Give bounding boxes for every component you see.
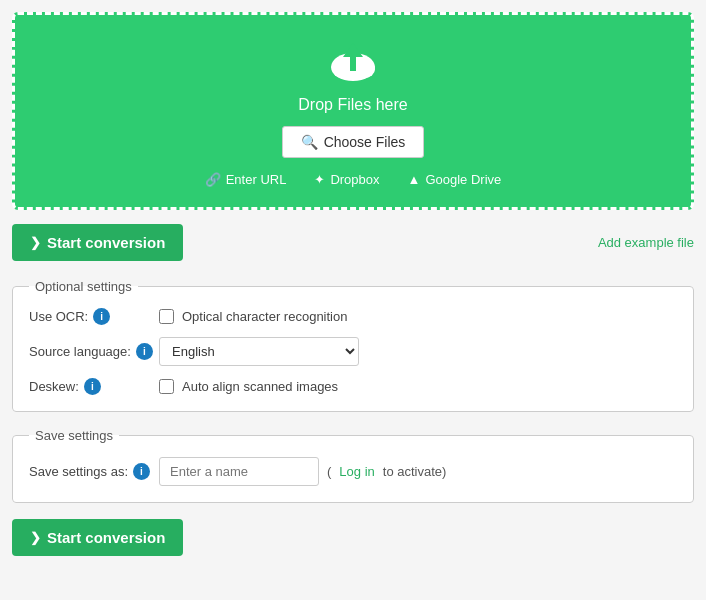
activate-prefix: ( xyxy=(327,464,331,479)
source-language-label: Source language: i xyxy=(29,343,159,360)
optional-settings-legend: Optional settings xyxy=(29,279,138,294)
choose-files-label: Choose Files xyxy=(324,134,406,150)
source-language-info-icon[interactable]: i xyxy=(136,343,153,360)
deskew-label: Deskew: i xyxy=(29,378,159,395)
ocr-info-icon[interactable]: i xyxy=(93,308,110,325)
chevron-icon: ❯ xyxy=(30,235,41,250)
ocr-checkbox[interactable] xyxy=(159,309,174,324)
top-action-row: ❯ Start conversion Add example file xyxy=(12,224,694,261)
source-language-row: Source language: i English French German… xyxy=(29,337,677,366)
ocr-row: Use OCR: i Optical character recognition xyxy=(29,308,677,325)
upload-dropzone[interactable]: Drop Files here 🔍 Choose Files 🔗 Enter U… xyxy=(12,12,694,210)
svg-point-2 xyxy=(355,60,375,78)
upload-links: 🔗 Enter URL ✦ Dropbox ▲ Google Drive xyxy=(31,172,675,187)
start-conversion-button-bottom[interactable]: ❯ Start conversion xyxy=(12,519,183,556)
optional-settings-panel: Optional settings Use OCR: i Optical cha… xyxy=(12,279,694,412)
chevron-icon-bottom: ❯ xyxy=(30,530,41,545)
choose-files-button[interactable]: 🔍 Choose Files xyxy=(282,126,425,158)
source-language-control: English French German Spanish Italian Po… xyxy=(159,337,359,366)
ocr-label: Use OCR: i xyxy=(29,308,159,325)
save-settings-legend: Save settings xyxy=(29,428,119,443)
start-conversion-button-top[interactable]: ❯ Start conversion xyxy=(12,224,183,261)
svg-point-1 xyxy=(332,60,352,78)
google-drive-link[interactable]: ▲ Google Drive xyxy=(408,172,502,187)
deskew-description: Auto align scanned images xyxy=(182,379,338,394)
source-language-select[interactable]: English French German Spanish Italian Po… xyxy=(159,337,359,366)
deskew-info-icon[interactable]: i xyxy=(84,378,101,395)
upload-icon xyxy=(327,39,379,88)
drop-files-text: Drop Files here xyxy=(31,96,675,114)
deskew-checkbox[interactable] xyxy=(159,379,174,394)
activate-suffix: to activate) xyxy=(383,464,447,479)
deskew-control: Auto align scanned images xyxy=(159,379,338,394)
save-as-control: (Log in to activate) xyxy=(159,457,446,486)
ocr-description: Optical character recognition xyxy=(182,309,347,324)
save-as-info-icon[interactable]: i xyxy=(133,463,150,480)
link-icon: 🔗 xyxy=(205,172,221,187)
save-settings-panel: Save settings Save settings as: i (Log i… xyxy=(12,428,694,503)
search-icon: 🔍 xyxy=(301,134,318,150)
add-example-link[interactable]: Add example file xyxy=(598,235,694,250)
log-in-link[interactable]: Log in xyxy=(339,464,374,479)
enter-url-link[interactable]: 🔗 Enter URL xyxy=(205,172,287,187)
deskew-row: Deskew: i Auto align scanned images xyxy=(29,378,677,395)
save-as-label: Save settings as: i xyxy=(29,463,159,480)
save-as-row: Save settings as: i (Log in to activate) xyxy=(29,457,677,486)
save-settings-input[interactable] xyxy=(159,457,319,486)
bottom-action-row: ❯ Start conversion xyxy=(12,519,694,556)
dropbox-icon: ✦ xyxy=(314,172,325,187)
google-drive-icon: ▲ xyxy=(408,172,421,187)
ocr-control: Optical character recognition xyxy=(159,309,347,324)
dropbox-link[interactable]: ✦ Dropbox xyxy=(314,172,379,187)
